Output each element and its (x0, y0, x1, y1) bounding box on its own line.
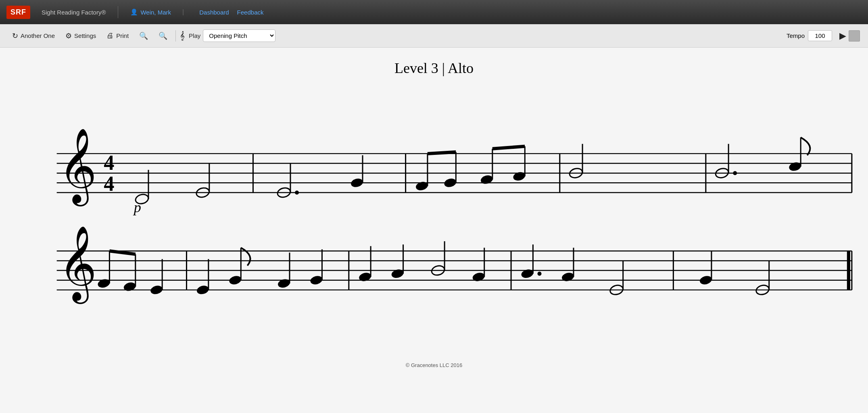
settings-button[interactable]: ⚙ Settings (61, 29, 100, 43)
svg-point-59 (196, 284, 210, 295)
toolbar-separator (175, 30, 176, 42)
svg-point-37 (733, 171, 737, 175)
dashboard-link[interactable]: Dashboard (199, 9, 229, 16)
svg-point-61 (228, 275, 242, 286)
brand-name: Sight Reading Factory® (42, 9, 106, 16)
svg-point-21 (350, 177, 364, 188)
svg-point-25 (443, 177, 457, 188)
svg-text:𝄞: 𝄞 (58, 129, 97, 206)
toolbar: ↻ Another One ⚙ Settings 🖨 Print 🔍 🔍 𝄞 P… (0, 24, 868, 48)
svg-point-23 (415, 181, 429, 192)
user-icon: 👤 (130, 8, 138, 16)
svg-text:4: 4 (104, 151, 114, 174)
print-button[interactable]: 🖨 Print (102, 29, 133, 42)
play-button[interactable]: ▶ (839, 31, 846, 41)
topbar-links: Dashboard Feedback (199, 9, 263, 16)
svg-line-32 (492, 146, 525, 149)
svg-point-38 (788, 161, 802, 172)
svg-point-28 (480, 174, 494, 185)
svg-point-69 (390, 268, 404, 279)
music-score-svg: 𝄞 4 4 p (8, 89, 860, 348)
tuning-fork-icon: 𝄞 (180, 31, 185, 40)
svg-point-75 (520, 268, 534, 279)
nav-divider (118, 6, 118, 18)
main-content: Level 3 | Alto 𝄞 4 4 (0, 48, 868, 413)
svg-point-63 (277, 278, 291, 289)
svg-point-52 (97, 278, 111, 289)
zoom-in-button[interactable]: 🔍 (135, 29, 152, 43)
svg-line-27 (428, 152, 456, 154)
staff-wrapper: 𝄞 4 4 p (8, 89, 860, 350)
stop-button[interactable] (849, 30, 860, 42)
score-title: Level 3 | Alto (394, 60, 474, 77)
refresh-icon: ↻ (12, 31, 18, 40)
user-name: Wein, Mark (140, 9, 171, 16)
zoom-out-icon: 🔍 (159, 31, 167, 40)
settings-label: Settings (74, 32, 96, 39)
topbar: SRF Sight Reading Factory® 👤 Wein, Mark … (0, 0, 868, 24)
zoom-in-icon: 🔍 (139, 31, 148, 40)
play-label: Play (189, 32, 200, 39)
srf-logo: SRF (6, 6, 30, 19)
feedback-link[interactable]: Feedback (237, 9, 264, 16)
svg-point-20 (295, 190, 299, 194)
print-icon: 🖨 (106, 31, 114, 40)
tempo-input[interactable] (808, 30, 832, 41)
svg-point-78 (561, 271, 575, 282)
another-one-button[interactable]: ↻ Another One (8, 29, 59, 43)
another-one-label: Another One (21, 32, 55, 39)
svg-point-82 (699, 275, 713, 286)
svg-point-73 (472, 271, 485, 282)
svg-text:4: 4 (104, 172, 114, 195)
print-label: Print (116, 32, 129, 39)
svg-point-57 (150, 284, 163, 295)
tempo-section: Tempo (787, 30, 832, 41)
svg-point-54 (123, 281, 137, 292)
svg-point-77 (537, 272, 541, 276)
play-mode-dropdown[interactable]: Opening Pitch Full Score Melody Only (203, 29, 275, 42)
settings-icon: ⚙ (65, 31, 72, 40)
svg-point-67 (358, 271, 372, 282)
svg-point-65 (309, 275, 323, 286)
svg-point-30 (512, 171, 526, 182)
svg-text:𝄞: 𝄞 (58, 227, 97, 304)
svg-text:p: p (133, 199, 141, 215)
copyright: © Gracenotes LLC 2016 (406, 362, 462, 368)
zoom-out-button[interactable]: 🔍 (154, 29, 171, 43)
tempo-label: Tempo (787, 32, 805, 39)
user-menu[interactable]: 👤 Wein, Mark (130, 8, 171, 16)
